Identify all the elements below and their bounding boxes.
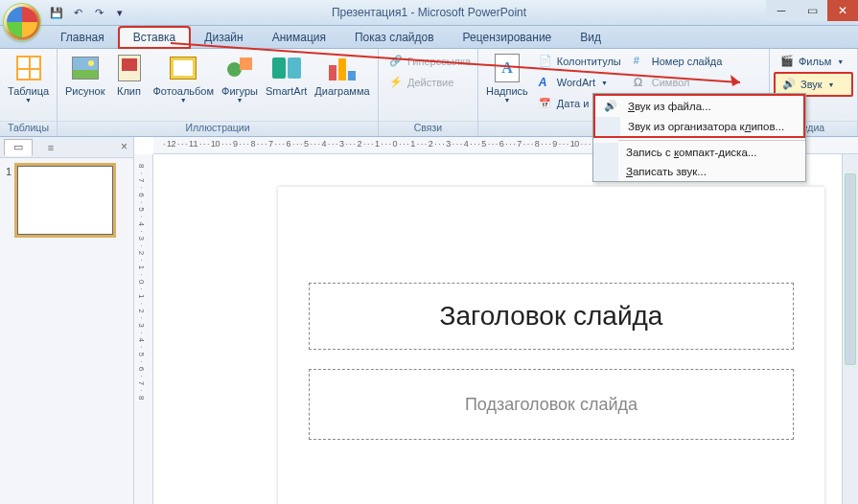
sound-icon <box>604 100 617 113</box>
film-label: Фильм <box>799 56 831 67</box>
menu-cd-audio[interactable]: Запись с компакт-диска... <box>593 143 805 162</box>
clip-icon <box>118 55 141 81</box>
menu-sound-from-organizer[interactable]: Звук из организатора клипов... <box>595 117 803 136</box>
tab-home[interactable]: Главная <box>46 27 119 48</box>
panel-close-button[interactable]: × <box>121 140 128 153</box>
title-placeholder[interactable]: Заголовок слайда <box>309 283 794 350</box>
svg-marker-1 <box>730 75 740 86</box>
menu-label: Звук из организатора клипов... <box>628 121 784 132</box>
group-label-links: Связи <box>379 121 477 136</box>
sound-label: Звук <box>800 79 823 90</box>
save-icon[interactable]: 💾 <box>48 4 65 21</box>
slides-panel: ▭ ≡ × 1 <box>0 137 134 504</box>
annotation-arrow <box>171 40 755 93</box>
undo-icon[interactable]: ↶ <box>69 4 86 21</box>
sound-icon <box>782 78 796 91</box>
menu-label: Записать звук... <box>626 166 707 177</box>
slide-canvas[interactable]: Заголовок слайда Подзаголовок слайда <box>278 187 824 504</box>
chevron-down-icon: ▼ <box>237 97 243 103</box>
group-label-tables: Таблицы <box>0 121 57 136</box>
vertical-scrollbar[interactable] <box>842 154 858 504</box>
quick-access-toolbar: 💾 ↶ ↷ ▾ <box>48 4 128 21</box>
dropdown-highlight-box: Звук из файла... Звук из организатора кл… <box>593 94 805 138</box>
table-button[interactable]: Таблица ▼ <box>4 51 53 103</box>
panel-tabs: ▭ ≡ × <box>0 137 133 158</box>
maximize-button[interactable]: ▭ <box>797 0 827 21</box>
chevron-down-icon: ▼ <box>25 97 32 103</box>
date-label: Дата и <box>557 98 590 109</box>
chevron-down-icon: ▼ <box>837 58 844 65</box>
picture-icon <box>72 57 99 80</box>
slide-thumbnail-row: 1 <box>0 158 133 242</box>
slide-number: 1 <box>6 166 12 235</box>
menu-record-sound[interactable]: Записать звук... <box>593 162 805 181</box>
office-button[interactable] <box>3 3 41 41</box>
date-icon <box>539 97 552 110</box>
panel-tab-slides[interactable]: ▭ <box>4 139 33 156</box>
slide-editor: · 12 · · · 11 · · · 10 · · · 9 · · · 8 ·… <box>134 137 858 504</box>
subtitle-placeholder-text: Подзаголовок слайда <box>465 395 638 415</box>
menu-label: Запись с компакт-диска... <box>626 147 756 158</box>
qat-customize-icon[interactable]: ▾ <box>111 4 128 21</box>
title-bar: 💾 ↶ ↷ ▾ Презентация1 - Microsoft PowerPo… <box>0 0 858 26</box>
panel-tab-outline[interactable]: ≡ <box>36 139 65 156</box>
subtitle-placeholder[interactable]: Подзаголовок слайда <box>309 369 794 440</box>
svg-line-0 <box>171 43 740 82</box>
minimize-button[interactable]: ─ <box>766 0 797 21</box>
chevron-down-icon: ▼ <box>503 97 510 103</box>
film-button[interactable]: Фильм▼ <box>774 51 853 72</box>
window-title: Презентация1 - Microsoft PowerPoint <box>332 6 526 19</box>
work-area: ▭ ≡ × 1 · 12 · · · 11 · · · 10 · · · 9 ·… <box>0 137 858 504</box>
menu-sound-from-file[interactable]: Звук из файла... <box>595 96 803 117</box>
close-button[interactable]: ✕ <box>827 0 858 21</box>
redo-icon[interactable]: ↷ <box>90 4 107 21</box>
vertical-ruler: 8 · 7 · 6 · 5 · 4 · 3 · 2 · 1 · 0 · 1 · … <box>134 154 153 504</box>
menu-separator <box>618 140 805 141</box>
sound-dropdown-menu: Звук из файла... Звук из организатора кл… <box>592 93 806 182</box>
menu-label: Звук из файла... <box>628 101 711 112</box>
picture-label: Рисунок <box>65 85 105 97</box>
group-label-illustrations: Иллюстрации <box>58 121 378 136</box>
clip-label: Клип <box>117 85 141 97</box>
chevron-down-icon: ▼ <box>828 81 835 88</box>
table-label: Таблица <box>8 85 49 97</box>
group-tables: Таблица ▼ Таблицы <box>0 49 58 136</box>
scrollbar-thumb[interactable] <box>845 173 856 365</box>
picture-button[interactable]: Рисунок <box>61 51 109 97</box>
chevron-down-icon: ▼ <box>180 97 187 103</box>
slide-thumbnail[interactable] <box>17 166 113 235</box>
film-icon <box>780 55 794 68</box>
title-placeholder-text: Заголовок слайда <box>440 301 663 332</box>
table-icon <box>16 56 41 80</box>
clip-button[interactable]: Клип <box>109 51 150 97</box>
sound-button[interactable]: Звук▼ <box>776 74 851 95</box>
